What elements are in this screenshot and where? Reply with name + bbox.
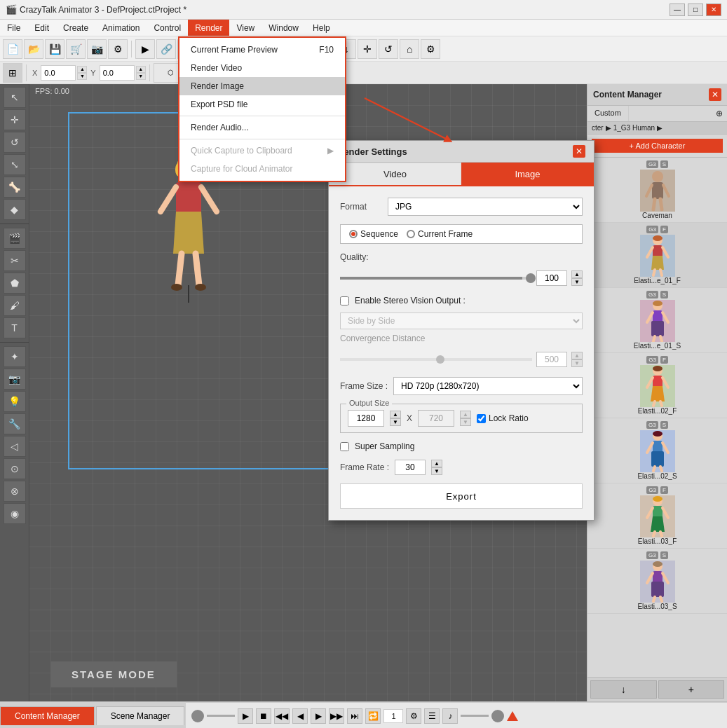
play-button[interactable]: ▶ xyxy=(135,39,155,59)
quality-input[interactable] xyxy=(536,270,567,286)
menu-animation[interactable]: Animation xyxy=(95,20,147,36)
radio-sequence[interactable]: Sequence xyxy=(349,229,398,239)
dd-current-frame-preview[interactable]: Current Frame Preview F10 xyxy=(179,41,345,59)
cm-tab-custom[interactable]: Custom xyxy=(587,106,629,121)
quality-up[interactable]: ▲ xyxy=(571,270,583,278)
timeline-circle2[interactable] xyxy=(491,710,504,722)
add-character-button[interactable]: + Add Character xyxy=(592,139,723,153)
dialog-close-button[interactable]: ✕ xyxy=(573,145,585,158)
maximize-button[interactable]: □ xyxy=(688,4,703,16)
grid-btn[interactable]: ⊞ xyxy=(3,63,22,83)
cm-expand-btn[interactable]: ⊕ xyxy=(712,106,727,121)
title-bar-controls[interactable]: — □ ✕ xyxy=(670,4,721,16)
tl-loop-button[interactable]: 🔁 xyxy=(365,708,381,724)
output-width[interactable] xyxy=(348,410,384,427)
save-button[interactable]: 💾 xyxy=(45,39,64,59)
dialog-tab-video[interactable]: Video xyxy=(329,163,461,185)
cm-item-elasti03f[interactable]: G3 F Elasti...03_F xyxy=(587,483,727,549)
tl-play-button[interactable]: ▶ xyxy=(238,708,253,724)
tl-list-button[interactable]: ☰ xyxy=(424,708,440,724)
tl-end-button[interactable]: ⏭ xyxy=(347,708,362,724)
tl-next-key[interactable]: ▶▶ xyxy=(329,708,344,724)
extra-tool3[interactable]: ◉ xyxy=(4,503,26,524)
light-tool[interactable]: 💡 xyxy=(4,391,26,412)
extra-tool1[interactable]: ⊙ xyxy=(4,458,26,479)
camera-tool[interactable]: 📷 xyxy=(4,369,26,390)
dialog-tab-image[interactable]: Image xyxy=(461,163,594,185)
y-input[interactable] xyxy=(100,65,135,81)
frame-rate-up[interactable]: ▲ xyxy=(431,460,442,467)
menu-edit[interactable]: Edit xyxy=(27,20,56,36)
tl-stop-button[interactable]: ⏹ xyxy=(256,708,271,724)
export-button[interactable]: Export xyxy=(340,483,583,509)
format-select[interactable]: JPG PNG TGA BMP xyxy=(388,198,583,216)
tab-content-manager[interactable]: Content Manager xyxy=(0,706,95,725)
camera-button[interactable]: 📷 xyxy=(87,39,107,59)
cm-item-elasti03s[interactable]: G3 S Elasti...03_S xyxy=(587,549,727,614)
menu-help[interactable]: Help xyxy=(306,20,337,36)
prop-tool[interactable]: 🔧 xyxy=(4,413,26,434)
menu-create[interactable]: Create xyxy=(56,20,95,36)
cm-add-button[interactable]: + xyxy=(658,680,725,699)
quality-slider-thumb[interactable] xyxy=(526,273,536,283)
morph-tool[interactable]: ⬟ xyxy=(4,273,26,294)
radio-current-frame[interactable]: Current Frame xyxy=(407,229,473,239)
paint-tool[interactable]: 🖌 xyxy=(4,295,26,316)
y-up[interactable]: ▲ xyxy=(136,66,146,73)
close-button[interactable]: ✕ xyxy=(706,4,721,16)
crop-tool[interactable]: ✂ xyxy=(4,250,26,271)
dd-render-audio[interactable]: Render Audio... xyxy=(179,118,345,137)
x-input[interactable] xyxy=(41,65,76,81)
lock-ratio-checkbox[interactable] xyxy=(477,414,486,423)
side-by-side-select[interactable]: Side by Side xyxy=(340,313,583,329)
tl-prev-frame[interactable]: ◀ xyxy=(292,708,308,724)
dd-render-image[interactable]: Render Image xyxy=(179,77,345,95)
output-height[interactable] xyxy=(418,410,454,427)
dd-export-psd[interactable]: Export PSD file xyxy=(179,95,345,114)
dd-render-video[interactable]: Render Video xyxy=(179,59,345,77)
move-btn[interactable]: ✛ xyxy=(358,39,377,59)
x-down[interactable]: ▼ xyxy=(77,73,87,80)
timeline-circle[interactable] xyxy=(191,710,204,722)
back-tool[interactable]: ◁ xyxy=(4,436,26,457)
scene-tool[interactable]: 🎬 xyxy=(4,228,26,249)
tl-next-frame[interactable]: ▶ xyxy=(311,708,326,724)
frame-rate-down[interactable]: ▼ xyxy=(431,467,442,475)
render-settings-dialog[interactable]: Render Settings ✕ Video Image Format JPG… xyxy=(328,140,594,521)
menu-file[interactable]: File xyxy=(0,20,27,36)
tool-button[interactable]: ⚙ xyxy=(108,39,128,59)
width-down[interactable]: ▼ xyxy=(390,418,401,426)
cm-item-elasti01f[interactable]: G3 F Elasti...e_01_F xyxy=(587,223,727,288)
stage-mode-button[interactable]: STAGE MODE xyxy=(50,661,177,687)
tab-scene-manager[interactable]: Scene Manager xyxy=(96,706,185,725)
puppet-tool[interactable]: ◆ xyxy=(4,199,26,220)
content-manager-close[interactable]: ✕ xyxy=(709,88,721,101)
rotate-btn[interactable]: ↺ xyxy=(379,39,398,59)
cm-item-elasti01s[interactable]: G3 S Elasti...e_01_S xyxy=(587,288,727,353)
gear-btn[interactable]: ⚙ xyxy=(421,39,440,59)
scale-tool[interactable]: ⤡ xyxy=(4,154,26,175)
select-tool[interactable]: ↖ xyxy=(4,87,26,108)
cm-item-elasti02s[interactable]: G3 S Elasti...02_S xyxy=(587,418,727,483)
menu-control[interactable]: Control xyxy=(147,20,188,36)
frame-size-select[interactable]: HD 720p (1280x720) HD 1080p (1920x1080) … xyxy=(393,377,583,395)
y-down[interactable]: ▼ xyxy=(136,73,146,80)
tl-prev-key[interactable]: ◀◀ xyxy=(274,708,290,724)
quality-slider[interactable] xyxy=(340,277,532,280)
frame-rate-input[interactable] xyxy=(395,460,426,475)
cart-button[interactable]: 🛒 xyxy=(66,39,86,59)
move-tool[interactable]: ✛ xyxy=(4,109,26,130)
cm-item-elasti02f[interactable]: G3 F Elasti...02_F xyxy=(587,353,727,418)
bone-tool[interactable]: 🦴 xyxy=(4,177,26,198)
menu-view[interactable]: View xyxy=(229,20,261,36)
particle-tool[interactable]: ✦ xyxy=(4,346,26,367)
cm-item-caveman[interactable]: G3 S Caveman xyxy=(587,158,727,223)
minimize-button[interactable]: — xyxy=(670,4,685,16)
convergence-thumb[interactable] xyxy=(436,355,444,364)
cm-down-button[interactable]: ↓ xyxy=(590,680,657,699)
text-tool[interactable]: T xyxy=(4,317,26,338)
extra-tool2[interactable]: ⊗ xyxy=(4,481,26,502)
stereo-checkbox[interactable] xyxy=(340,296,349,305)
quality-down[interactable]: ▼ xyxy=(571,278,583,286)
x-up[interactable]: ▲ xyxy=(77,66,87,73)
